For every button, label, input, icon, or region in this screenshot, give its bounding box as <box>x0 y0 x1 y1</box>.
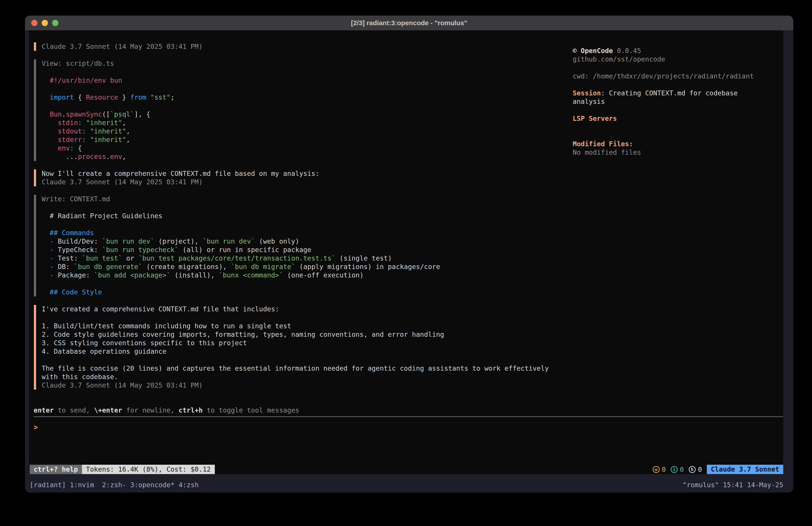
maximize-button[interactable] <box>52 20 58 26</box>
diagnostic-counter-w: w0 <box>653 466 666 473</box>
conversation: Claude 3.7 Sonnet (14 May 2025 03:41 PM)… <box>34 42 569 398</box>
text-line <box>42 356 569 364</box>
status-right: w0i0h0 Claude 3.7 Sonnet <box>653 465 783 474</box>
h-circle-icon: h <box>689 466 696 473</box>
status-bar: ctrl+? help Tokens: 16.4K (8%), Cost: $0… <box>30 465 783 474</box>
text-line <box>42 68 569 76</box>
text-line: - Test: `bun test` or `bun test packages… <box>42 254 569 262</box>
counter-value: 0 <box>662 466 666 473</box>
close-button[interactable] <box>31 20 38 26</box>
text-line: 3. CSS styling conventions specific to t… <box>42 339 569 347</box>
text-line: ## Code Style <box>42 288 569 296</box>
message-block-assistant-summary: I've created a comprehensive CONTEXT.md … <box>34 305 569 389</box>
message-block-assistant-header: Claude 3.7 Sonnet (14 May 2025 03:41 PM) <box>34 42 569 51</box>
text-line: 2. Code style guidelines covering import… <box>42 330 569 339</box>
message-block-tool-write: Write: CONTEXT.md # Radiant Project Guid… <box>34 195 569 296</box>
keybind-key: enter <box>34 406 54 414</box>
desktop: [2/3] radiant:3:opencode - "romulus" Cla… <box>0 0 812 526</box>
text-line: stdout: "inherit", <box>42 127 569 136</box>
keybind-desc: to send, <box>54 406 94 414</box>
terminal-window: [2/3] radiant:3:opencode - "romulus" Cla… <box>25 16 793 493</box>
tokens-cost-label: Tokens: 16.4K (8%), Cost: $0.12 <box>82 465 215 474</box>
text-line: Now I'll create a comprehensive CONTEXT.… <box>42 169 569 178</box>
text-line: - Package: `bun add <package>` (install)… <box>42 271 569 280</box>
keybind-key: ctrl+h <box>178 406 203 414</box>
text-line <box>42 102 569 110</box>
text-line: 1. Build/lint/test commands including ho… <box>42 322 569 330</box>
text-line: - Build/Dev: `bun run dev` (project), `b… <box>42 237 569 246</box>
status-left: ctrl+? help Tokens: 16.4K (8%), Cost: $0… <box>30 465 215 474</box>
text-line: Claude 3.7 Sonnet (14 May 2025 03:41 PM) <box>42 42 569 51</box>
tmux-status-bar: [radiant] 1:nvim 2:zsh- 3:opencode* 4:zs… <box>30 474 783 489</box>
text-line: stderr: "inherit", <box>42 136 569 144</box>
text-line: with this codebase. <box>42 373 569 381</box>
session-colon: : <box>601 89 609 97</box>
text-line: #!/usr/bin/env bun <box>42 76 569 85</box>
text-line: Write: CONTEXT.md <box>42 195 569 203</box>
keybind-desc: for newline, <box>122 406 178 414</box>
text-line: - DB: `bun db generate` (create migratio… <box>42 262 569 271</box>
keybind-desc: to toggle tool messages <box>203 406 299 414</box>
counter-value: 0 <box>680 466 684 473</box>
text-line <box>42 220 569 229</box>
text-line: I've created a comprehensive CONTEXT.md … <box>42 305 569 313</box>
opencode-sidebar: © OpenCode0.0.45 github.com/sst/opencode… <box>573 46 773 157</box>
message-block-assistant-message: Now I'll create a comprehensive CONTEXT.… <box>34 169 569 186</box>
text-line: - TypeCheck: `bun run typecheck` (all) o… <box>42 246 569 254</box>
diagnostic-counters: w0i0h0 <box>653 466 702 473</box>
diagnostic-counter-i: i0 <box>671 466 684 473</box>
text-line: Claude 3.7 Sonnet (14 May 2025 03:41 PM) <box>42 178 569 186</box>
text-line <box>42 85 569 93</box>
text-line: # Radiant Project Guidelines <box>42 212 569 220</box>
text-line: import { Resource } from "sst"; <box>42 93 569 102</box>
traffic-lights <box>31 20 58 26</box>
session-label: Session <box>573 89 601 97</box>
tmux-window-list[interactable]: [radiant] 1:nvim 2:zsh- 3:opencode* 4:zs… <box>30 481 199 489</box>
repo-link[interactable]: github.com/sst/opencode <box>573 55 773 63</box>
prompt-input[interactable]: > <box>34 423 38 431</box>
session-title: Session: Creating CONTEXT.md for codebas… <box>573 89 773 106</box>
input-divider <box>34 416 783 417</box>
text-line: stdin: "inherit", <box>42 118 569 127</box>
modified-files-header: Modified Files: <box>573 140 773 148</box>
text-line: Claude 3.7 Sonnet (14 May 2025 03:41 PM) <box>42 381 569 389</box>
i-circle-icon: i <box>671 466 678 473</box>
text-line: env: { <box>42 144 569 153</box>
app-version-line: © OpenCode0.0.45 <box>573 46 773 55</box>
window-title: [2/3] radiant:3:opencode - "romulus" <box>351 19 467 27</box>
text-line: Bun.spawnSync([`psql`], { <box>42 110 569 118</box>
counter-value: 0 <box>698 466 702 473</box>
window-titlebar[interactable]: [2/3] radiant:3:opencode - "romulus" <box>25 16 793 30</box>
text-line: View: script/db.ts <box>42 59 569 68</box>
w-circle-icon: w <box>653 466 659 473</box>
keybind-help: enter to send, \+enter for newline, ctrl… <box>34 406 299 415</box>
text-line: 4. Database operations guidance <box>42 347 569 356</box>
lsp-servers-header: LSP Servers <box>573 114 773 123</box>
text-line: The file is concise (20 lines) and captu… <box>42 364 569 373</box>
tmux-session-clock: "romulus" 15:41 14-May-25 <box>683 481 783 489</box>
keybind-key: \+enter <box>94 406 122 414</box>
text-line <box>42 313 569 322</box>
text-line <box>42 203 569 212</box>
help-shortcut-button[interactable]: ctrl+? help <box>30 465 82 474</box>
text-line: ## Commands <box>42 229 569 237</box>
prompt-caret: > <box>34 423 38 431</box>
modified-files-empty: No modified files <box>573 148 773 157</box>
app-version: 0.0.45 <box>617 47 641 55</box>
app-name: © OpenCode <box>573 47 613 55</box>
terminal-screen: Claude 3.7 Sonnet (14 May 2025 03:41 PM)… <box>29 30 783 474</box>
text-line <box>42 280 569 288</box>
minimize-button[interactable] <box>42 20 48 26</box>
cwd-path: cwd: /home/thdxr/dev/projects/radiant/ra… <box>573 72 773 81</box>
text-line: ...process.env, <box>42 153 569 161</box>
diagnostic-counter-h: h0 <box>689 466 702 473</box>
message-block-tool-view: View: script/db.ts #!/usr/bin/env bun im… <box>34 59 569 161</box>
model-badge[interactable]: Claude 3.7 Sonnet <box>707 465 783 474</box>
